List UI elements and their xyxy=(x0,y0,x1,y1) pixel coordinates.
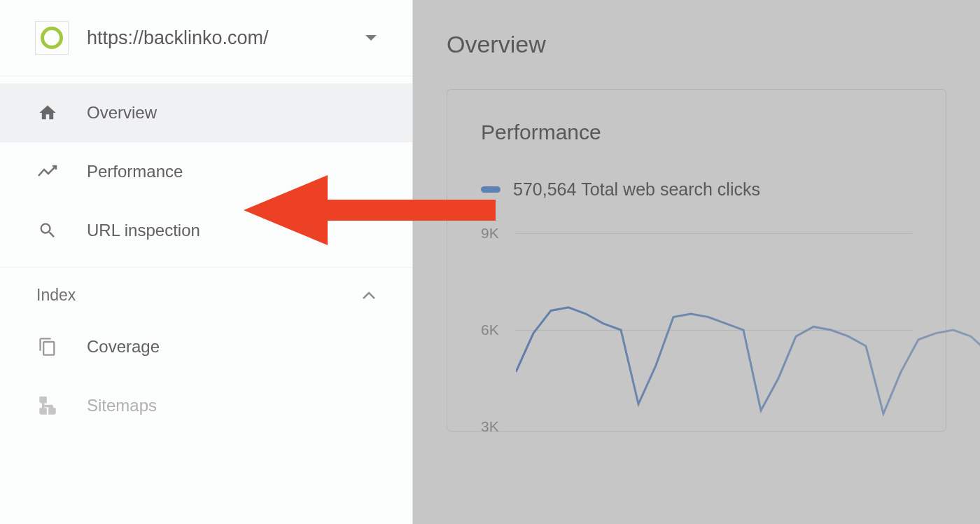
sidebar-item-performance[interactable]: Performance xyxy=(0,142,412,201)
sidebar-section-index[interactable]: Index xyxy=(0,267,412,317)
trending-icon xyxy=(36,160,59,183)
section-label: Index xyxy=(36,286,76,305)
property-url: https://backlinko.com/ xyxy=(87,27,365,49)
sidebar-item-url-inspection[interactable]: URL inspection xyxy=(0,201,412,260)
sidebar-item-label: URL inspection xyxy=(87,221,200,240)
site-favicon xyxy=(35,21,69,55)
sidebar-item-label: Sitemaps xyxy=(87,396,157,415)
property-selector[interactable]: https://backlinko.com/ xyxy=(0,0,412,76)
sidebar-item-sitemaps[interactable]: Sitemaps xyxy=(0,376,412,435)
sidebar-item-label: Performance xyxy=(87,162,183,181)
sidebar-item-label: Overview xyxy=(87,103,157,123)
chevron-up-icon xyxy=(362,287,376,303)
search-icon xyxy=(36,219,59,242)
chevron-down-icon xyxy=(365,32,377,43)
sidebar-item-label: Coverage xyxy=(87,337,160,357)
sidebar-item-overview[interactable]: Overview xyxy=(0,83,412,142)
home-icon xyxy=(36,102,59,124)
sidebar-item-coverage[interactable]: Coverage xyxy=(0,317,412,376)
sitemap-icon xyxy=(36,394,59,417)
pages-icon xyxy=(36,336,59,358)
dimming-overlay xyxy=(413,0,980,524)
